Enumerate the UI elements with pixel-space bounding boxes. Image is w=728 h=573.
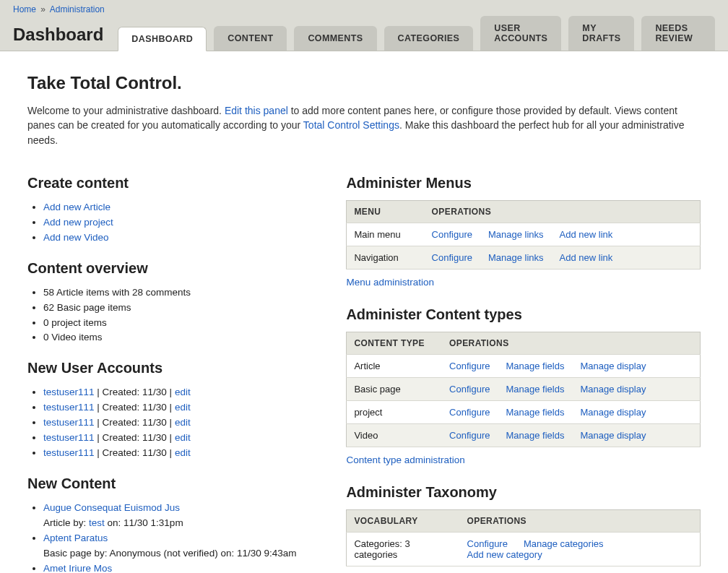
tab-my-drafts[interactable]: MY DRAFTS — [568, 16, 634, 51]
page-title: Dashboard — [13, 25, 103, 51]
breadcrumb-home[interactable]: Home — [13, 4, 36, 14]
operation-link[interactable]: Add new link — [560, 252, 613, 263]
content-meta: Basic page by: Anonymous (not verified) … — [43, 548, 296, 559]
user-link[interactable]: testuser111 — [43, 417, 95, 428]
operation-link[interactable]: Manage links — [488, 229, 544, 240]
table-row: projectConfigureManage fieldsManage disp… — [347, 400, 701, 423]
menus-th-menu: MENU — [347, 200, 425, 223]
operation-link[interactable]: Manage display — [580, 430, 646, 441]
content-types-th-ops: OPERATIONS — [442, 332, 700, 354]
taxonomy-th-ops: OPERATIONS — [460, 509, 701, 532]
total-control-settings-link[interactable]: Total Control Settings — [303, 119, 399, 131]
list-item: testuser111 | Created: 11/30 | edit — [43, 446, 317, 461]
operation-link[interactable]: Manage fields — [506, 384, 564, 395]
table-row: Main menuConfigureManage linksAdd new li… — [347, 223, 701, 246]
administer-taxonomy-title: Administer Taxonomy — [346, 484, 701, 501]
content-author-link[interactable]: test — [89, 517, 105, 528]
operation-link[interactable]: Configure — [449, 430, 490, 441]
user-meta: | Created: 11/30 | — [95, 387, 175, 397]
menus-table: MENU OPERATIONS Main menuConfigureManage… — [346, 200, 701, 270]
operation-link[interactable]: Configure — [467, 538, 508, 549]
user-edit-link[interactable]: edit — [175, 447, 191, 458]
list-item: testuser111 | Created: 11/30 | edit — [43, 431, 317, 446]
operation-link[interactable]: Manage fields — [506, 361, 564, 371]
user-edit-link[interactable]: edit — [175, 417, 191, 428]
user-meta: | Created: 11/30 | — [95, 432, 175, 443]
list-item: Augue Consequat Euismod JusArticle by: t… — [43, 501, 317, 531]
tab-comments[interactable]: COMMENTS — [294, 26, 376, 51]
content-type-administration-link[interactable]: Content type administration — [346, 454, 464, 465]
row-name: Categories: 3 categories — [347, 532, 460, 566]
new-users-title: New User Accounts — [27, 360, 317, 376]
operation-link[interactable]: Configure — [449, 361, 490, 371]
list-item: Add new Video — [43, 231, 317, 246]
row-name: project — [347, 400, 442, 423]
row-operations: ConfigureManage fieldsManage display — [442, 354, 700, 377]
list-item: 0 Video items — [43, 330, 317, 345]
new-users-list: testuser111 | Created: 11/30 | edittestu… — [27, 385, 317, 461]
taxonomy-table: VOCABULARY OPERATIONS Categories: 3 cate… — [346, 509, 701, 566]
content-title-link[interactable]: Aptent Paratus — [43, 533, 108, 543]
row-operations: ConfigureManage fieldsManage display — [442, 400, 700, 423]
content-title-link[interactable]: Amet Iriure Mos — [43, 563, 112, 573]
tab-categories[interactable]: CATEGORIES — [384, 26, 474, 51]
table-row: Basic pageConfigureManage fieldsManage d… — [347, 377, 701, 400]
operation-link[interactable]: Manage categories — [524, 538, 604, 549]
user-edit-link[interactable]: edit — [175, 387, 191, 397]
user-link[interactable]: testuser111 — [43, 387, 95, 397]
row-operations: ConfigureManage fieldsManage display — [442, 423, 700, 447]
table-row: NavigationConfigureManage linksAdd new l… — [347, 246, 701, 269]
row-name: Main menu — [347, 223, 425, 246]
operation-link[interactable]: Configure — [449, 384, 490, 395]
create-content-link[interactable]: Add new Article — [43, 202, 110, 212]
content-title-link[interactable]: Augue Consequat Euismod Jus — [43, 502, 180, 513]
content-overview-list: 58 Article items with 28 comments62 Basi… — [27, 285, 317, 346]
tab-user-accounts[interactable]: USER ACCOUNTS — [480, 16, 561, 51]
list-item: Amet Iriure MosBasic page by: root on: 1… — [43, 561, 317, 573]
operation-link[interactable]: Add new link — [560, 229, 613, 240]
user-edit-link[interactable]: edit — [175, 402, 191, 413]
operation-link[interactable]: Manage display — [580, 407, 646, 418]
operation-link[interactable]: Configure — [449, 407, 490, 418]
tab-content[interactable]: CONTENT — [214, 26, 287, 51]
user-meta: | Created: 11/30 | — [95, 402, 175, 413]
administer-content-types-title: Administer Content types — [346, 306, 701, 323]
user-link[interactable]: testuser111 — [43, 447, 95, 458]
edit-panel-link[interactable]: Edit this panel — [225, 105, 288, 116]
row-name: Basic page — [347, 377, 442, 400]
tab-needs-review[interactable]: NEEDS REVIEW — [641, 16, 715, 51]
menu-administration-link[interactable]: Menu administration — [346, 277, 434, 288]
tab-dashboard[interactable]: DASHBOARD — [118, 27, 207, 51]
row-operations: ConfigureManage linksAdd new link — [425, 223, 701, 246]
user-edit-link[interactable]: edit — [175, 432, 191, 443]
operation-link[interactable]: Configure — [432, 252, 472, 263]
user-link[interactable]: testuser111 — [43, 402, 95, 413]
row-name: Video — [347, 423, 442, 447]
intro-paragraph: Welcome to your administrative dashboard… — [27, 103, 701, 147]
breadcrumb: Home » Administration — [13, 4, 715, 16]
row-operations: ConfigureManage categoriesAdd new catego… — [460, 532, 701, 566]
operation-link[interactable]: Manage links — [488, 252, 544, 263]
list-item: 62 Basic page items — [43, 301, 317, 316]
row-operations: ConfigureManage fieldsManage display — [442, 377, 700, 400]
create-content-link[interactable]: Add new project — [43, 217, 113, 228]
table-row: Categories: 3 categoriesConfigureManage … — [347, 532, 701, 566]
operation-link[interactable]: Manage display — [580, 384, 646, 395]
create-content-link[interactable]: Add new Video — [43, 232, 109, 243]
operation-link[interactable]: Add new category — [467, 549, 542, 560]
list-item: Aptent ParatusBasic page by: Anonymous (… — [43, 531, 317, 561]
taxonomy-th-vocab: VOCABULARY — [347, 509, 460, 532]
intro-text-1: Welcome to your administrative dashboard… — [27, 105, 225, 116]
list-item: testuser111 | Created: 11/30 | edit — [43, 400, 317, 415]
user-link[interactable]: testuser111 — [43, 432, 95, 443]
tab-bar: DASHBOARDCONTENTCOMMENTSCATEGORIESUSER A… — [118, 16, 715, 51]
breadcrumb-admin[interactable]: Administration — [50, 4, 105, 14]
operation-link[interactable]: Manage fields — [506, 430, 564, 441]
list-item: 58 Article items with 28 comments — [43, 285, 317, 301]
content-types-th-type: CONTENT TYPE — [347, 332, 442, 354]
user-meta: | Created: 11/30 | — [95, 447, 175, 458]
list-item: testuser111 | Created: 11/30 | edit — [43, 385, 317, 400]
operation-link[interactable]: Manage display — [580, 361, 646, 371]
operation-link[interactable]: Manage fields — [506, 407, 564, 418]
operation-link[interactable]: Configure — [432, 229, 472, 240]
